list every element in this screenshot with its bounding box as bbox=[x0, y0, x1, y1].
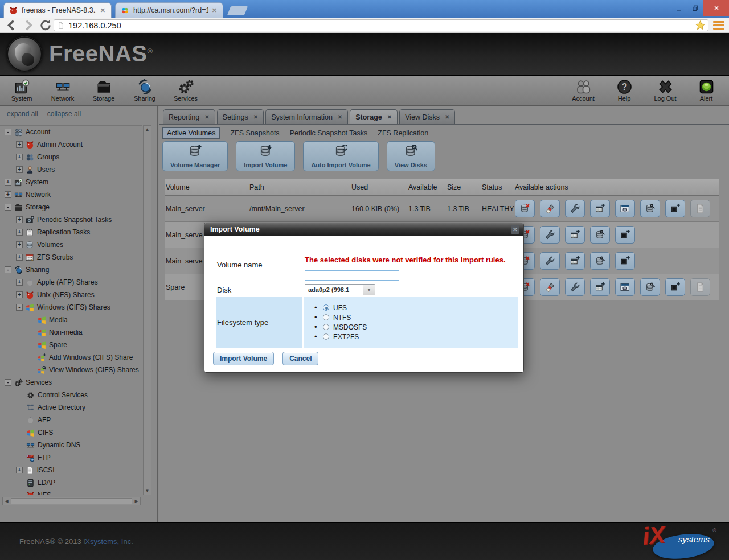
sidebar-item-account[interactable]: -Account bbox=[0, 126, 142, 138]
appbar-item-sharing[interactable]: Sharing bbox=[124, 76, 165, 105]
radio-msdosfs[interactable] bbox=[323, 324, 329, 330]
appbar-item-help[interactable]: ?Help bbox=[604, 76, 645, 105]
ixsystems-link[interactable]: iXsystems, Inc. bbox=[83, 537, 133, 546]
subtab-periodic-snapshot-tasks[interactable]: Periodic Snapshot Tasks bbox=[290, 129, 368, 137]
close-window-button[interactable] bbox=[703, 0, 729, 16]
tab-settings[interactable]: Settings✕ bbox=[217, 109, 264, 124]
tree-toggle-icon[interactable]: + bbox=[16, 279, 23, 286]
sidebar-item-active-directory[interactable]: Active Directory bbox=[0, 401, 142, 414]
expand-all-link[interactable]: expand all bbox=[7, 110, 38, 118]
disk-select-value[interactable]: ada0p2 (998.1 GB) bbox=[305, 284, 363, 295]
sidebar-item-nfs[interactable]: NFS bbox=[0, 489, 142, 495]
appbar-item-storage[interactable]: Storage bbox=[83, 76, 124, 105]
appbar-item-alert[interactable]: Alert bbox=[686, 76, 727, 105]
add-zvol-button[interactable] bbox=[615, 252, 635, 270]
sidebar-item-control-services[interactable]: Control Services bbox=[0, 389, 142, 401]
tab-close-icon[interactable]: ✕ bbox=[212, 7, 217, 14]
tab-storage[interactable]: Storage✕ bbox=[350, 109, 398, 124]
tree-toggle-icon[interactable]: + bbox=[5, 179, 11, 186]
add-dataset-button[interactable] bbox=[565, 252, 585, 270]
key-button[interactable] bbox=[640, 278, 660, 296]
sidebar-item-network[interactable]: +Network bbox=[0, 188, 142, 201]
sidebar-item-users[interactable]: +Users bbox=[0, 163, 142, 176]
sidebar-item-cifs[interactable]: CIFS bbox=[0, 426, 142, 439]
sidebar-item-periodic-snapshot-tasks[interactable]: +Periodic Snapshot Tasks bbox=[0, 213, 142, 226]
tree-vertical-scrollbar[interactable]: ▲ ▼ bbox=[143, 125, 151, 495]
view-disks-button[interactable]: View Disks bbox=[387, 141, 435, 171]
tree-toggle-icon[interactable]: - bbox=[5, 266, 11, 273]
key-button[interactable] bbox=[590, 252, 610, 270]
sidebar-item-add-windows-cifs-share[interactable]: Add Windows (CIFS) Share bbox=[0, 351, 142, 364]
sidebar-item-volumes[interactable]: +Volumes bbox=[0, 238, 142, 251]
sidebar-item-admin-account[interactable]: +Admin Account bbox=[0, 138, 142, 151]
tab-close-icon[interactable]: ✕ bbox=[204, 114, 209, 120]
appbar-item-network[interactable]: Network bbox=[42, 76, 83, 105]
tree-toggle-icon[interactable]: + bbox=[16, 166, 23, 173]
sidebar-item-sharing[interactable]: -Sharing bbox=[0, 263, 142, 276]
edit-button[interactable] bbox=[565, 278, 585, 296]
add-dataset-button[interactable] bbox=[565, 226, 585, 244]
page-button[interactable] bbox=[690, 200, 710, 217]
volume-manager-button[interactable]: Volume Manager bbox=[162, 141, 228, 171]
tree-toggle-icon[interactable]: + bbox=[16, 229, 23, 236]
browser-tab[interactable]: freenas - FreeNAS-8.3.1-R✕ bbox=[3, 2, 112, 18]
filesystem-option-ntfs[interactable]: •NTFS bbox=[314, 312, 367, 322]
edit-button[interactable] bbox=[565, 200, 585, 217]
scrub-button[interactable] bbox=[540, 200, 560, 217]
sidebar-item-apple-afp-shares[interactable]: +Apple (AFP) Shares bbox=[0, 276, 142, 289]
tree-toggle-icon[interactable]: + bbox=[16, 216, 23, 223]
back-button[interactable] bbox=[5, 19, 18, 32]
chevron-down-icon[interactable]: ▼ bbox=[363, 284, 375, 295]
scroll-down-icon[interactable]: ▼ bbox=[144, 487, 151, 495]
radio-ntfs[interactable] bbox=[323, 314, 329, 320]
filesystem-option-ufs[interactable]: •UFS bbox=[314, 303, 367, 312]
permissions-button[interactable] bbox=[615, 200, 635, 217]
disk-select[interactable]: ada0p2 (998.1 GB) ▼ bbox=[305, 284, 375, 295]
sidebar-item-media[interactable]: Media bbox=[0, 314, 142, 326]
address-url[interactable]: 192.168.0.250 bbox=[68, 21, 121, 30]
key-button[interactable] bbox=[590, 226, 610, 244]
tree-toggle-icon[interactable]: + bbox=[16, 154, 23, 160]
collapse-all-link[interactable]: collapse all bbox=[47, 110, 81, 118]
sidebar-item-iscsi[interactable]: +iSCSI bbox=[0, 464, 142, 476]
appbar-item-account[interactable]: Account bbox=[563, 76, 604, 105]
filesystem-option-ext2fs[interactable]: •EXT2FS bbox=[314, 332, 367, 341]
subtab-zfs-snapshots[interactable]: ZFS Snapshots bbox=[230, 129, 279, 137]
key-button[interactable] bbox=[640, 200, 660, 217]
tab-close-icon[interactable]: ✕ bbox=[253, 114, 258, 120]
sidebar-item-groups[interactable]: +Groups bbox=[0, 151, 142, 163]
tab-close-icon[interactable]: ✕ bbox=[100, 7, 105, 14]
add-dataset-button[interactable] bbox=[590, 278, 610, 296]
filesystem-option-msdosfs[interactable]: •MSDOSFS bbox=[314, 322, 367, 332]
tree-toggle-icon[interactable]: + bbox=[16, 291, 23, 298]
tab-close-icon[interactable]: ✕ bbox=[338, 114, 342, 120]
sidebar-item-replication-tasks[interactable]: +Replication Tasks bbox=[0, 226, 142, 238]
tab-system-information[interactable]: System Information✕ bbox=[265, 109, 348, 124]
tree-horizontal-scrollbar[interactable]: ◀ ▶ bbox=[2, 497, 141, 505]
detach-volume-button[interactable] bbox=[515, 200, 535, 217]
tree-toggle-icon[interactable]: + bbox=[16, 254, 23, 261]
sidebar-item-windows-cifs-shares[interactable]: -Windows (CIFS) Shares bbox=[0, 301, 142, 314]
sidebar-item-afp[interactable]: AFP bbox=[0, 414, 142, 426]
sidebar-item-storage[interactable]: -Storage bbox=[0, 201, 142, 213]
tab-view-disks[interactable]: View Disks✕ bbox=[399, 109, 455, 124]
tree-toggle-icon[interactable]: + bbox=[16, 141, 23, 148]
restore-button[interactable] bbox=[687, 0, 703, 16]
tree-toggle-icon[interactable]: + bbox=[16, 241, 23, 248]
sidebar-item-ftp[interactable]: FTPFTP bbox=[0, 451, 142, 464]
permissions-button[interactable] bbox=[615, 278, 635, 296]
bookmark-star-icon[interactable] bbox=[695, 20, 705, 30]
appbar-item-log-out[interactable]: Log Out bbox=[645, 76, 686, 105]
address-bar[interactable]: 192.168.0.250 bbox=[54, 19, 708, 31]
sidebar-item-view-windows-cifs-shares[interactable]: View Windows (CIFS) Shares bbox=[0, 364, 142, 376]
sidebar-item-zfs-scrubs[interactable]: +ZFS Scrubs bbox=[0, 251, 142, 263]
sidebar-item-ldap[interactable]: LDAP bbox=[0, 476, 142, 489]
add-zvol-button[interactable] bbox=[615, 226, 635, 244]
tree-toggle-icon[interactable]: - bbox=[5, 204, 11, 211]
auto-import-volume-button[interactable]: Auto Import Volume bbox=[303, 141, 378, 171]
new-tab-button[interactable] bbox=[227, 6, 248, 15]
reload-button[interactable] bbox=[39, 19, 52, 32]
radio-ufs[interactable] bbox=[323, 304, 329, 311]
sidebar-item-unix-nfs-shares[interactable]: +Unix (NFS) Shares bbox=[0, 289, 142, 301]
subtab-zfs-replication[interactable]: ZFS Replication bbox=[378, 129, 428, 137]
